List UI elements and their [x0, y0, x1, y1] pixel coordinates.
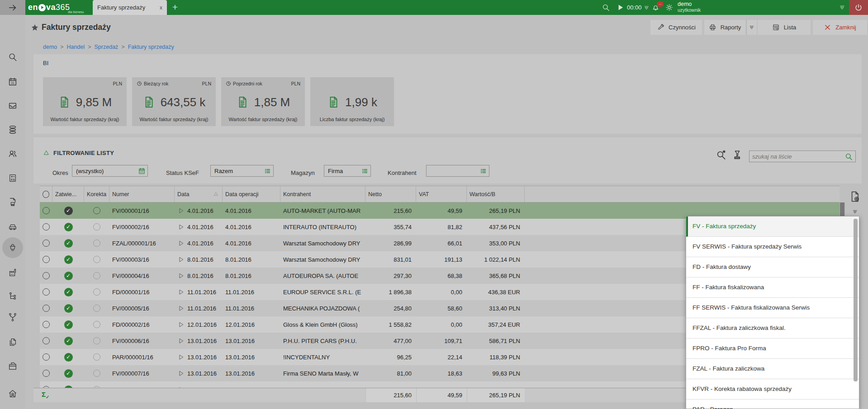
- sidebar-factory-icon[interactable]: [8, 268, 18, 277]
- search-icon[interactable]: [844, 152, 853, 161]
- row-radio[interactable]: [43, 370, 50, 377]
- document-type-option[interactable]: FPRO - Faktura Pro Forma: [686, 338, 859, 359]
- play-icon[interactable]: [177, 354, 184, 361]
- sidebar-contacts-icon[interactable]: [8, 149, 18, 159]
- column-header-vat[interactable]: VAT: [416, 186, 467, 202]
- sidebar-documents-icon[interactable]: [8, 337, 18, 347]
- row-radio[interactable]: [43, 353, 50, 361]
- kpi-card[interactable]: Poprzedni rokPLN1,85 MWartość faktur spr…: [221, 77, 305, 126]
- collapse-sidebar-button[interactable]: [0, 0, 25, 15]
- kpi-card[interactable]: Bieżący rokPLN643,55 kWartość faktur spr…: [132, 77, 216, 126]
- column-header-data[interactable]: Data: [175, 186, 223, 202]
- play-icon[interactable]: [177, 207, 184, 214]
- column-header-zatwie[interactable]: Zatwie...: [52, 186, 84, 202]
- settings-gear-icon[interactable]: [665, 3, 674, 12]
- breadcrumb-item[interactable]: demo: [43, 44, 57, 50]
- document-type-option[interactable]: FD - Faktura dostawy: [686, 257, 859, 277]
- contractor: Warsztat Samochodowy DRY: [283, 256, 360, 263]
- new-tab-button[interactable]: +: [170, 2, 180, 12]
- row-radio[interactable]: [43, 321, 50, 328]
- approved-check-icon: ✓: [64, 272, 73, 280]
- favorite-star-icon[interactable]: [31, 24, 39, 32]
- play-icon[interactable]: [177, 224, 184, 230]
- document-type-caret-icon[interactable]: [851, 209, 859, 215]
- list-search-input[interactable]: [749, 153, 844, 160]
- filter-funnel-icon[interactable]: [731, 149, 743, 160]
- zamknij-button[interactable]: Zamknij: [813, 20, 867, 35]
- global-search-icon[interactable]: [602, 3, 610, 12]
- collapse-filters-icon[interactable]: [43, 150, 50, 156]
- tab-close-icon[interactable]: x: [160, 5, 162, 11]
- filter-magazyn-select[interactable]: Firma: [324, 165, 371, 177]
- sidebar-car-icon[interactable]: [8, 221, 18, 231]
- play-icon[interactable]: [177, 256, 184, 263]
- document-type-option[interactable]: FF - Faktura fiskalizowana: [686, 277, 859, 298]
- play-icon[interactable]: [177, 370, 184, 377]
- column-header-korekta[interactable]: Korekta: [84, 186, 109, 202]
- row-radio[interactable]: [43, 288, 50, 296]
- document-type-option[interactable]: FZAL - Faktura zaliczkowa: [686, 359, 859, 379]
- tab-faktury-sprzedazy[interactable]: Faktury sprzedaży x: [93, 0, 167, 15]
- user-menu[interactable]: demo uzytkownik: [678, 1, 701, 13]
- row-radio[interactable]: [43, 305, 50, 312]
- sidebar-search-icon[interactable]: [8, 52, 18, 62]
- sidebar-inbox-icon[interactable]: [8, 101, 18, 111]
- row-radio[interactable]: [43, 207, 50, 214]
- sidebar-database-icon[interactable]: [8, 125, 18, 135]
- row-radio[interactable]: [43, 256, 50, 263]
- czynności-button[interactable]: Czynności: [650, 20, 702, 35]
- timer-value[interactable]: 00:00: [627, 4, 642, 11]
- korekta-circle-icon: [93, 288, 100, 296]
- dropdown-scrollbar-thumb[interactable]: [854, 219, 858, 381]
- filter-okres-select[interactable]: (wszystko): [72, 165, 148, 177]
- column-header-dataoperacji[interactable]: Data operacji: [223, 186, 280, 202]
- play-icon[interactable]: [177, 273, 184, 279]
- lista-button[interactable]: Lista: [758, 20, 811, 35]
- kpi-card[interactable]: PLN9,85 MWartość faktur sprzedaży (kraj): [43, 77, 127, 126]
- document-type-option[interactable]: FF SERWIS - Faktura fiskalizowana Serwis: [686, 298, 859, 318]
- play-icon[interactable]: [177, 305, 184, 312]
- breadcrumb-item[interactable]: Faktury sprzedaży: [128, 44, 174, 50]
- sidebar-delivery-document-icon[interactable]: [8, 197, 18, 207]
- logout-power-button[interactable]: [849, 0, 868, 15]
- breadcrumb-item[interactable]: Handel: [67, 44, 85, 50]
- select-all-radio[interactable]: [43, 191, 49, 198]
- document-type-option[interactable]: PAR - Paragon: [686, 400, 859, 409]
- sidebar-branch-icon[interactable]: [8, 312, 18, 322]
- document-type-option[interactable]: KFVR - Korekta rabatowa sprzedaży: [686, 379, 859, 400]
- play-icon[interactable]: [177, 240, 184, 247]
- column-header-netto[interactable]: Netto: [365, 186, 416, 202]
- timer-caret-icon[interactable]: [643, 5, 650, 11]
- raporty-button[interactable]: Raporty: [704, 20, 745, 35]
- row-radio[interactable]: [43, 223, 50, 230]
- document-type-option[interactable]: FV - Faktura sprzedaży: [686, 216, 859, 237]
- sidebar-cart-icon[interactable]: [8, 243, 18, 253]
- row-radio[interactable]: [43, 272, 50, 279]
- document-type-option[interactable]: FV SERWIS - Faktura sprzedaży Serwis: [686, 237, 859, 257]
- play-icon[interactable]: [177, 338, 184, 344]
- breadcrumb-item[interactable]: Sprzedaż: [95, 44, 119, 50]
- korekta-circle-icon: [93, 272, 100, 279]
- column-header-kontrahent[interactable]: Kontrahent: [280, 186, 365, 202]
- document-type-option[interactable]: FFZAL - Faktura zaliczkowa fiskal.: [686, 318, 859, 338]
- run-icon[interactable]: [616, 3, 625, 12]
- kpi-card[interactable]: 1,99 kLiczba faktur sprzedaży (kraj): [310, 77, 394, 126]
- new-document-icon[interactable]: [849, 190, 861, 203]
- sidebar-hierarchy-icon[interactable]: [8, 291, 18, 301]
- column-header-numer[interactable]: Numer: [109, 186, 175, 202]
- sum-sigma-icon[interactable]: Σ✓: [42, 390, 49, 400]
- filter-status-ksef-select[interactable]: Razem: [210, 165, 274, 177]
- row-radio[interactable]: [43, 337, 50, 344]
- filter-kontrahent-select[interactable]: [426, 165, 489, 177]
- play-icon[interactable]: [177, 289, 184, 296]
- advanced-search-icon[interactable]: [716, 149, 727, 160]
- sidebar-home-user-icon[interactable]: [8, 389, 18, 399]
- sidebar-folder-document-icon[interactable]: [8, 361, 18, 371]
- topbar-caret-icon[interactable]: [839, 4, 846, 11]
- sidebar-calculator-icon[interactable]: [8, 173, 18, 183]
- row-radio[interactable]: [43, 240, 50, 247]
- column-header-wartob[interactable]: Wartość/B: [467, 186, 525, 202]
- raporty-caret-button[interactable]: [746, 20, 757, 35]
- sidebar-calendar-icon[interactable]: 31: [8, 77, 18, 87]
- play-icon[interactable]: [177, 321, 184, 328]
